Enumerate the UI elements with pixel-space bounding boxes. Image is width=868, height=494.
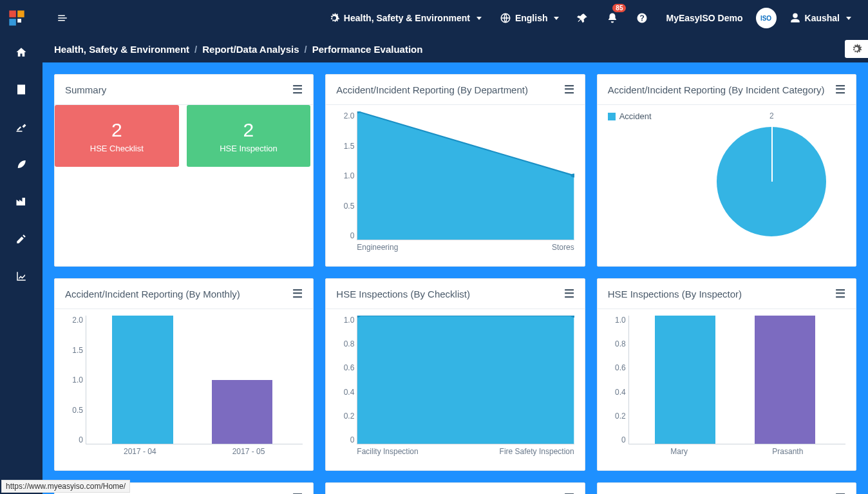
sidebar-chart[interactable] — [14, 269, 28, 283]
avatar: ISO — [756, 8, 777, 28]
card-menu-icon[interactable]: ☰ — [835, 82, 845, 97]
sidebar-building[interactable] — [14, 82, 28, 97]
card-accident-monthly: Accident/Incident Reporting (By Monthly)… — [54, 278, 314, 471]
card-title: HSE Inspections (By Inspector) — [608, 289, 742, 299]
sidebar-edit[interactable] — [14, 232, 28, 246]
pin-button[interactable] — [568, 0, 598, 36]
module-dropdown[interactable]: Health, Safety & Environment — [319, 0, 491, 36]
card-by-checklist: HSE Inspections (By Checklist) ☰ 1.00.80… — [325, 278, 585, 471]
pin-icon — [577, 12, 589, 24]
chevron-down-icon — [554, 17, 559, 20]
main-content: Health, Safety & Environment / Report/Da… — [42, 36, 868, 494]
card-title: Summary — [65, 84, 106, 95]
page-settings-button[interactable] — [845, 40, 868, 58]
user-label: Kaushal — [805, 13, 840, 23]
card-by-inspector: HSE Inspections (By Inspector) ☰ 1.00.80… — [597, 278, 856, 471]
chart-by-department: 2.01.51.00.50 Engineering Stores — [336, 111, 574, 256]
sidebar-leaf[interactable] — [14, 157, 28, 171]
help-button[interactable] — [627, 0, 657, 36]
breadcrumb-l3: Performance Evaluation — [312, 44, 423, 55]
legend-swatch — [608, 113, 616, 120]
card-nc-mstype: HSE Inspection NC (By Management System … — [325, 482, 585, 494]
card-menu-icon[interactable]: ☰ — [564, 82, 574, 97]
card-title: Accident/Incident Reporting (By Departme… — [336, 84, 528, 95]
card-menu-icon[interactable]: ☰ — [292, 287, 303, 301]
svg-rect-2 — [9, 19, 15, 25]
module-label: Health, Safety & Environment — [344, 13, 470, 23]
svg-rect-3 — [17, 19, 21, 23]
app-logo[interactable] — [8, 9, 26, 27]
card-menu-icon[interactable]: ☰ — [292, 491, 303, 494]
language-label: English — [515, 13, 548, 23]
dashboard-grid: Summary ☰ 2 HSE Checklist 2 HSE Inspecti… — [42, 62, 868, 494]
chevron-down-icon — [846, 17, 851, 20]
chevron-down-icon — [476, 17, 482, 20]
language-dropdown[interactable]: English — [491, 0, 569, 36]
card-by-category: Accident/Incident Reporting (By Incident… — [597, 74, 856, 267]
globe-icon — [500, 12, 511, 24]
sidebar-gavel[interactable] — [14, 120, 28, 134]
company-avatar[interactable]: ISO — [752, 0, 780, 36]
pie-legend: Accident — [608, 111, 685, 121]
sidebar — [0, 36, 42, 494]
card-title: Accident/Incident Reporting (By Monthly) — [65, 289, 240, 299]
chart-by-checklist: 1.00.80.60.40.20 Facility Inspection Fir… — [336, 316, 574, 460]
card-menu-icon[interactable]: ☰ — [564, 491, 574, 494]
card-menu-icon[interactable]: ☰ — [835, 491, 845, 494]
pie-chart — [717, 127, 826, 236]
user-icon — [789, 12, 801, 24]
breadcrumb: Health, Safety & Environment / Report/Da… — [42, 36, 868, 62]
svg-rect-0 — [9, 10, 15, 17]
svg-marker-5 — [357, 111, 574, 240]
card-summary: Summary ☰ 2 HSE Checklist 2 HSE Inspecti… — [54, 74, 314, 267]
chart-accident-monthly: 2.01.51.00.50 2017 - 04 2017 - 05 — [65, 316, 303, 460]
topbar: Health, Safety & Environment English 85 … — [0, 0, 868, 36]
tile-hse-checklist[interactable]: 2 HSE Checklist — [55, 105, 179, 167]
svg-marker-8 — [357, 316, 574, 444]
breadcrumb-l1[interactable]: Health, Safety & Environment — [54, 44, 189, 55]
sidebar-industry[interactable] — [14, 195, 28, 209]
card-title: Accident/Incident Reporting (By Incident… — [608, 84, 825, 95]
gear-icon — [851, 43, 862, 55]
card-menu-icon[interactable]: ☰ — [835, 287, 845, 301]
notifications-button[interactable]: 85 — [598, 0, 627, 36]
card-menu-icon[interactable]: ☰ — [292, 82, 303, 97]
question-icon — [636, 12, 648, 24]
notification-badge: 85 — [612, 4, 626, 12]
svg-rect-1 — [17, 10, 24, 17]
tile-hse-inspection[interactable]: 2 HSE Inspection — [187, 105, 311, 167]
status-url: https://www.myeasyiso.com/Home/ — [1, 480, 130, 493]
card-by-department: Accident/Incident Reporting (By Departme… — [325, 74, 585, 267]
card-menu-icon[interactable]: ☰ — [564, 287, 574, 301]
company-label[interactable]: MyEasyISO Demo — [657, 0, 751, 36]
user-dropdown[interactable]: Kaushal — [780, 0, 860, 36]
sidebar-home[interactable] — [14, 45, 28, 59]
menu-toggle-icon[interactable] — [52, 12, 73, 24]
gear-icon — [328, 12, 340, 24]
chart-by-inspector: 1.00.80.60.40.20 Mary Prasanth — [608, 316, 845, 460]
breadcrumb-l2[interactable]: Report/Data Analysis — [202, 44, 299, 55]
bell-icon — [607, 12, 618, 24]
card-nc-monthly: HSE Inspection NC (By Monthly) ☰ — [597, 482, 856, 494]
card-title: HSE Inspections (By Checklist) — [336, 289, 470, 299]
